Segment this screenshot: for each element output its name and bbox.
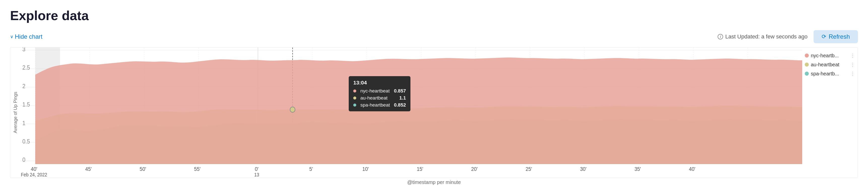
svg-text:25': 25' (526, 166, 532, 172)
legend-label-au: au-heartbeat (811, 62, 848, 68)
svg-text:5': 5' (309, 166, 313, 172)
svg-point-45 (290, 107, 295, 112)
svg-text:3: 3 (23, 47, 26, 52)
chart-controls: ∨ Hide chart i Last Updated: a few secon… (10, 30, 858, 43)
legend-item-spa: spa-heartb... ⋮ (805, 71, 855, 77)
legend-menu-au[interactable]: ⋮ (850, 62, 855, 68)
legend-item-nyc: nyc-heartb... ⋮ (805, 52, 855, 59)
svg-text:30': 30' (580, 166, 587, 172)
svg-text:10': 10' (362, 166, 369, 172)
svg-text:35': 35' (634, 166, 641, 172)
last-updated-label: Last Updated: a few seconds ago (725, 33, 808, 40)
legend-dot-nyc (805, 53, 809, 57)
svg-text:0.5: 0.5 (23, 138, 30, 145)
legend-dot-au (805, 63, 809, 67)
refresh-icon: ⟳ (822, 33, 826, 40)
svg-text:15': 15' (417, 166, 423, 172)
chart-plot-area: 3 2.5 2 1.5 1 0.5 0 (21, 47, 802, 178)
svg-text:45': 45' (85, 166, 92, 172)
chart-svg: 3 2.5 2 1.5 1 0.5 0 (21, 47, 802, 178)
svg-text:1.5: 1.5 (23, 101, 30, 108)
hide-chart-label: Hide chart (15, 33, 42, 40)
refresh-button[interactable]: ⟳ Refresh (813, 30, 858, 43)
svg-text:0: 0 (23, 156, 26, 163)
svg-text:55': 55' (194, 166, 200, 172)
x-axis-label: @timestamp per minute (10, 180, 858, 185)
svg-text:13: 13 (254, 172, 259, 178)
legend-item-au: au-heartbeat ⋮ (805, 62, 855, 68)
svg-text:1: 1 (23, 120, 26, 126)
chart-container: Average of Up Pings 3 2.5 2 1.5 1 0.5 0 (10, 47, 858, 178)
chevron-down-icon: ∨ (10, 34, 13, 39)
legend-dot-spa (805, 72, 809, 76)
svg-text:50': 50' (140, 166, 146, 172)
page-title: Explore data (10, 8, 858, 23)
svg-text:2.5: 2.5 (23, 64, 30, 71)
legend-label-spa: spa-heartb... (811, 71, 848, 77)
info-icon: i (718, 34, 723, 39)
hide-chart-button[interactable]: ∨ Hide chart (10, 33, 42, 40)
legend-menu-spa[interactable]: ⋮ (850, 71, 855, 77)
last-updated-info: i Last Updated: a few seconds ago (718, 33, 808, 40)
chart-legend: nyc-heartb... ⋮ au-heartbeat ⋮ spa-heart… (802, 47, 858, 178)
y-axis-label: Average of Up Pings (10, 47, 21, 178)
svg-text:20': 20' (471, 166, 478, 172)
refresh-label: Refresh (829, 33, 850, 40)
svg-text:Feb 24, 2022: Feb 24, 2022 (21, 172, 47, 178)
svg-text:40': 40' (689, 166, 695, 172)
svg-text:0': 0' (255, 166, 258, 172)
svg-text:2: 2 (23, 83, 26, 89)
right-controls: i Last Updated: a few seconds ago ⟳ Refr… (718, 30, 858, 43)
svg-text:40': 40' (31, 166, 37, 172)
legend-menu-nyc[interactable]: ⋮ (850, 52, 855, 59)
legend-label-nyc: nyc-heartb... (811, 53, 848, 59)
